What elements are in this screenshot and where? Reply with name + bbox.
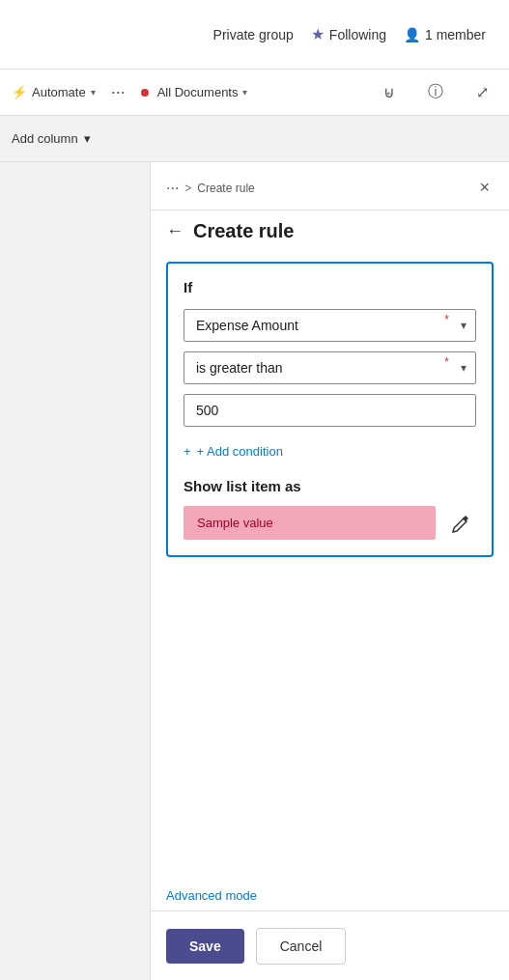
add-condition-plus-icon: + <box>184 444 191 459</box>
following-label: Following <box>329 27 386 42</box>
create-rule-panel: ··· > Create rule × ← Create rule If * E… <box>150 162 509 980</box>
add-column-button[interactable]: Add column ▾ <box>12 131 91 146</box>
condition-field-dropdown[interactable]: Expense Amount Title Date <box>184 309 476 342</box>
condition-field-row: * Expense Amount Title Date ▾ <box>184 309 476 342</box>
condition-value-input[interactable] <box>184 394 476 427</box>
panel-header: ··· > Create rule × <box>151 162 509 210</box>
add-column-bar: Add column ▾ <box>0 116 509 162</box>
toolbar-more-button[interactable]: ··· <box>111 82 126 102</box>
required-star-operator: * <box>444 355 449 369</box>
add-column-label: Add column <box>12 131 78 146</box>
panel-title-row: ← Create rule <box>151 210 509 254</box>
automate-icon: ⚡ <box>12 85 27 99</box>
all-documents-chevron: ▾ <box>242 87 247 98</box>
condition-operator-dropdown[interactable]: is greater than is less than is equal to… <box>184 351 476 384</box>
info-icon: ⓘ <box>428 82 443 102</box>
star-icon: ★ <box>311 25 325 43</box>
rule-form: If * Expense Amount Title Date ▾ * is gr… <box>166 262 494 557</box>
private-group-item: Private group <box>213 27 294 42</box>
all-documents-button[interactable]: All Documents ▾ <box>141 85 248 99</box>
breadcrumb-text: Create rule <box>197 182 254 195</box>
private-group-label: Private group <box>213 27 294 42</box>
save-button[interactable]: Save <box>166 929 244 964</box>
expand-button[interactable]: ⤢ <box>467 77 497 108</box>
toolbar: ⚡ Automate ▾ ··· All Documents ▾ ⊌ ⓘ ⤢ <box>0 70 509 116</box>
cancel-button[interactable]: Cancel <box>256 928 347 965</box>
top-bar: Private group ★ Following 👤 1 member <box>0 0 509 70</box>
add-condition-button[interactable]: + + Add condition <box>184 444 476 459</box>
expand-icon: ⤢ <box>476 83 489 101</box>
list-view-icon <box>141 85 149 99</box>
panel-title: Create rule <box>193 220 295 242</box>
automate-button[interactable]: ⚡ Automate ▾ <box>12 85 96 99</box>
automate-chevron: ▾ <box>91 87 96 98</box>
back-button[interactable]: ← <box>166 221 184 241</box>
all-documents-label: All Documents <box>157 85 239 99</box>
info-button[interactable]: ⓘ <box>420 77 451 108</box>
required-star-field: * <box>444 313 449 326</box>
if-label: If <box>184 279 476 295</box>
following-item[interactable]: ★ Following <box>311 25 386 43</box>
add-column-chevron: ▾ <box>84 131 91 146</box>
person-icon: 👤 <box>404 27 420 42</box>
panel-footer: Save Cancel <box>151 910 509 980</box>
red-dot <box>141 89 149 97</box>
filter-button[interactable]: ⊌ <box>374 77 405 108</box>
members-item: 👤 1 member <box>404 27 486 42</box>
advanced-mode-link[interactable]: Advanced mode <box>166 888 257 903</box>
show-section: Show list item as Sample value <box>184 478 476 540</box>
breadcrumb-more-button[interactable]: ··· <box>166 180 179 197</box>
add-condition-label: + Add condition <box>197 444 283 459</box>
sample-value-box: Sample value <box>184 506 436 540</box>
close-panel-button[interactable]: × <box>475 174 494 202</box>
edit-format-button[interactable] <box>445 508 476 539</box>
members-label: 1 member <box>425 27 486 42</box>
filter-icon: ⊌ <box>383 83 395 101</box>
show-label: Show list item as <box>184 478 476 494</box>
automate-label: Automate <box>32 85 86 99</box>
breadcrumb-chevron-icon: > <box>184 182 191 195</box>
breadcrumb: ··· > Create rule <box>166 180 255 197</box>
condition-operator-row: * is greater than is less than is equal … <box>184 351 476 384</box>
sample-value-row: Sample value <box>184 506 476 540</box>
